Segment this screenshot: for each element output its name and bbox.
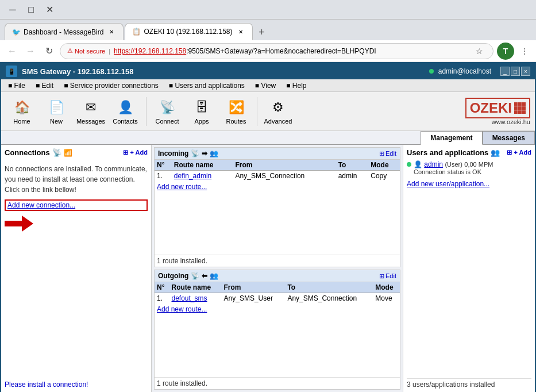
user-name-link[interactable]: admin bbox=[424, 160, 443, 168]
outgoing-add-route-link[interactable]: Add new route... bbox=[155, 303, 400, 315]
user-info-line: 👤 admin (User) 0,00 MPM bbox=[414, 160, 493, 168]
connection-message: No connections are installed. To communi… bbox=[5, 164, 148, 195]
outgoing-count: 1 route installed. bbox=[155, 377, 400, 389]
connect-icon: 📡 bbox=[158, 98, 176, 117]
users-spacer bbox=[407, 188, 531, 378]
toolbar-contacts[interactable]: 👤 Contacts bbox=[109, 95, 141, 128]
menu-service-provider[interactable]: ■ Service provider connections bbox=[59, 80, 163, 91]
toolbar-connect[interactable]: 📡 Connect bbox=[151, 95, 183, 128]
advanced-icon: ⚙ bbox=[269, 98, 287, 117]
outgoing-spacer bbox=[155, 315, 400, 377]
connections-spacer bbox=[5, 236, 148, 381]
browser-tab-1[interactable]: 🐦 Dashboard - MessageBird ✕ bbox=[5, 23, 124, 40]
tab1-favicon: 🐦 bbox=[12, 28, 20, 36]
browser-titlebar: ─ □ ✕ bbox=[0, 0, 536, 20]
back-button[interactable]: ← bbox=[5, 44, 20, 59]
close-btn[interactable]: ✕ bbox=[41, 2, 57, 18]
toolbar-advanced[interactable]: ⚙ Advanced bbox=[262, 95, 294, 128]
separator: | bbox=[109, 48, 110, 55]
apps-label: Apps bbox=[194, 118, 209, 125]
messages-label: Messages bbox=[76, 118, 105, 125]
app-titlebar: 📱 SMS Gateway - 192.168.112.158 admin@lo… bbox=[1, 63, 535, 79]
refresh-button[interactable]: ↻ bbox=[41, 44, 56, 59]
outgoing-label: Outgoing bbox=[158, 272, 188, 280]
browser-tab-2[interactable]: 📋 OZEKI 10 (192.168.112.158) ✕ bbox=[125, 23, 252, 40]
add-connection-header-btn[interactable]: ⊞ + Add bbox=[123, 149, 148, 156]
orow-to: Any_SMS_Connection bbox=[285, 293, 373, 304]
toolbar-messages[interactable]: ✉ Messages bbox=[75, 95, 107, 128]
edit-icon2: ⊞ bbox=[379, 272, 384, 280]
menu-view[interactable]: ■ View bbox=[250, 80, 280, 91]
minimize-btn[interactable]: ─ bbox=[5, 2, 21, 18]
app-close-btn[interactable]: × bbox=[521, 67, 530, 76]
outgoing-route-link[interactable]: defout_sms bbox=[171, 294, 207, 302]
ocol-route-name: Route name bbox=[169, 282, 221, 293]
outgoing-edit-btn[interactable]: ⊞ Edit bbox=[379, 272, 396, 280]
toolbar-new[interactable]: 📄 New bbox=[40, 95, 72, 128]
maximize-btn[interactable]: □ bbox=[23, 2, 39, 18]
table-row: 1. defout_sms Any_SMS_User Any_SMS_Conne… bbox=[155, 293, 400, 304]
row-num: 1. bbox=[155, 171, 172, 182]
menu-users[interactable]: ■ Users and applications bbox=[164, 80, 249, 91]
app-maximize-btn[interactable]: □ bbox=[511, 67, 520, 76]
connections-title: Connections bbox=[5, 148, 50, 157]
toolbar-apps[interactable]: 🗄 Apps bbox=[186, 95, 218, 128]
row-mode: Copy bbox=[368, 171, 400, 182]
address-bar[interactable]: ⚠ Not secure | https://192.168.112.158:9… bbox=[60, 43, 493, 59]
outgoing-arrow-icon: ⬅ bbox=[202, 272, 207, 280]
ocol-from: From bbox=[222, 282, 286, 293]
add-user-header-btn[interactable]: ⊞ + Add bbox=[507, 149, 531, 156]
url-display: https://192.168.112.158:9505/SMS+Gateway… bbox=[114, 47, 376, 55]
route-name-link[interactable]: defin_admin bbox=[174, 172, 211, 180]
profile-avatar[interactable]: T bbox=[497, 43, 514, 60]
orow-route-name: defout_sms bbox=[169, 293, 221, 304]
col-mode: Mode bbox=[368, 160, 400, 171]
tab-messages[interactable]: Messages bbox=[483, 131, 535, 144]
ozeki-logo: OZEKI www.ozeki.hu bbox=[465, 98, 530, 125]
tab1-label: Dashboard - MessageBird bbox=[24, 28, 103, 36]
users-icon: 👥 bbox=[491, 148, 500, 157]
security-warning: ⚠ Not secure bbox=[67, 47, 105, 55]
col-to: To bbox=[336, 160, 369, 171]
outgoing-header: Outgoing 📡 ⬅ 👥 ⊞ Edit bbox=[155, 270, 400, 282]
admin-label: admin@localhost bbox=[438, 67, 491, 75]
bookmark-button[interactable]: ☆ bbox=[472, 44, 486, 58]
red-arrow-container bbox=[5, 216, 148, 232]
toolbar-routes[interactable]: 🔀 Routes bbox=[220, 95, 252, 128]
ocol-to: To bbox=[285, 282, 373, 293]
browser-menu-button[interactable]: ⋮ bbox=[518, 44, 531, 58]
app-window: 📱 SMS Gateway - 192.168.112.158 admin@lo… bbox=[0, 62, 536, 392]
add-connection-link[interactable]: Add new connection... bbox=[5, 199, 148, 211]
incoming-table-header: N° Route name From To Mode bbox=[155, 160, 400, 171]
incoming-table: N° Route name From To Mode 1. defin_admi… bbox=[155, 160, 400, 181]
app-minimize-btn[interactable]: _ bbox=[500, 67, 510, 76]
add-user-link[interactable]: Add new user/application... bbox=[407, 180, 531, 188]
col-from: From bbox=[233, 160, 336, 171]
menu-edit[interactable]: ■ Edit bbox=[31, 80, 58, 91]
tab-management[interactable]: Management bbox=[421, 131, 482, 145]
incoming-antenna-icon: 📡 bbox=[191, 149, 199, 157]
toolbar-sep-1 bbox=[146, 97, 146, 126]
col-route-name: Route name bbox=[172, 160, 233, 171]
incoming-edit-btn[interactable]: ⊞ Edit bbox=[379, 150, 396, 157]
tab2-close[interactable]: ✕ bbox=[236, 27, 245, 36]
warning-icon: ⚠ bbox=[67, 47, 73, 55]
advanced-label: Advanced bbox=[264, 118, 292, 125]
users-title: Users and applications bbox=[407, 148, 488, 157]
connections-antenna-icon: 📡 bbox=[52, 148, 61, 157]
forward-button[interactable]: → bbox=[23, 44, 38, 59]
tab1-close[interactable]: ✕ bbox=[107, 28, 116, 37]
toolbar-home[interactable]: 🏠 Home bbox=[6, 95, 38, 128]
incoming-spacer bbox=[155, 193, 400, 255]
routes-panel: Incoming 📡 ➡ 👥 ⊞ Edit N° Route name bbox=[152, 145, 403, 392]
incoming-title: Incoming 📡 ➡ 👥 bbox=[158, 149, 376, 157]
outgoing-antenna-icon: 📡 bbox=[191, 272, 199, 280]
new-tab-button[interactable]: + bbox=[254, 24, 270, 40]
incoming-add-route-link[interactable]: Add new route... bbox=[155, 181, 400, 193]
browser-controls: ─ □ ✕ bbox=[5, 2, 57, 18]
contacts-label: Contacts bbox=[113, 118, 137, 125]
user-mpm: 0,00 MPM bbox=[464, 161, 493, 168]
user-status-text: Connection status is OK bbox=[414, 168, 493, 175]
menu-file[interactable]: ■ File bbox=[3, 80, 30, 91]
menu-help[interactable]: ■ Help bbox=[282, 80, 311, 91]
